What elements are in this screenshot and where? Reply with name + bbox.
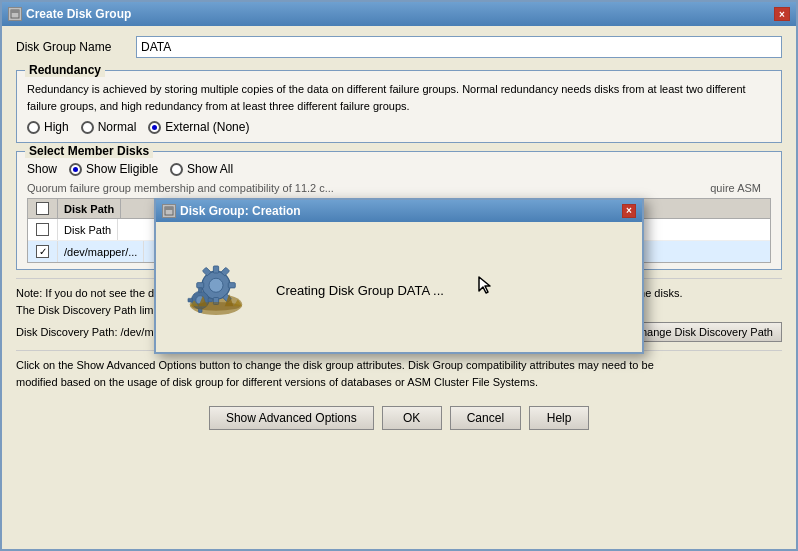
modal-message-area: Creating Disk Group DATA ... — [276, 275, 622, 298]
modal-window: Disk Group: Creation × — [154, 198, 644, 354]
svg-rect-3 — [165, 207, 173, 210]
modal-title-left: Disk Group: Creation — [162, 204, 301, 218]
creating-icon — [176, 247, 256, 327]
modal-window-icon — [162, 204, 176, 218]
modal-content: Creating Disk Group DATA ... — [156, 222, 642, 352]
modal-overlay: Disk Group: Creation × — [2, 2, 796, 549]
svg-point-6 — [209, 278, 223, 292]
modal-title: Disk Group: Creation — [180, 204, 301, 218]
main-window: Create Disk Group × Disk Group Name Redu… — [0, 0, 798, 551]
svg-rect-9 — [228, 282, 235, 287]
svg-marker-26 — [479, 277, 490, 293]
modal-message-text: Creating Disk Group DATA ... — [276, 283, 444, 298]
modal-title-bar: Disk Group: Creation × — [156, 200, 642, 222]
svg-rect-7 — [213, 266, 218, 273]
svg-rect-17 — [199, 287, 203, 291]
mouse-cursor-icon — [477, 275, 493, 298]
svg-rect-20 — [188, 298, 192, 302]
svg-rect-19 — [208, 298, 212, 302]
modal-close-button[interactable]: × — [622, 204, 636, 218]
svg-rect-10 — [197, 282, 204, 287]
